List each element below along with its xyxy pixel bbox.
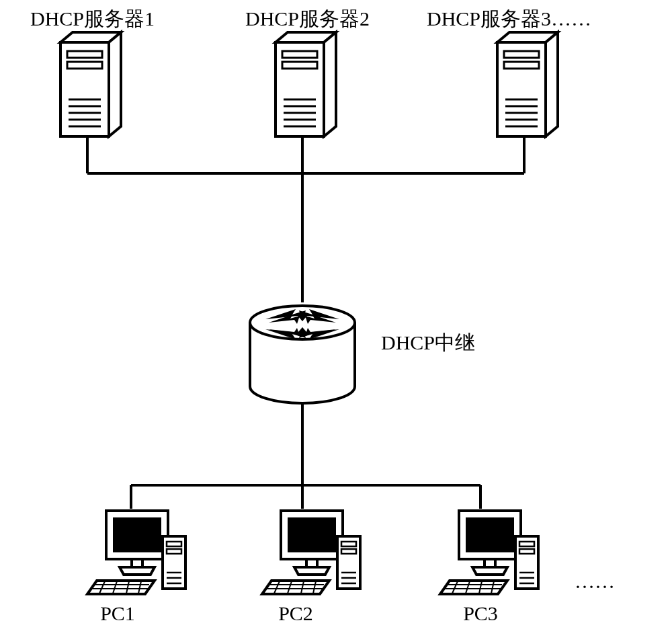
pc-label: PC2 <box>278 602 313 624</box>
clients-ellipsis: …… <box>575 570 615 592</box>
server-label: DHCP服务器2 <box>245 7 370 30</box>
network-diagram: DHCP服务器1 DHCP服务器2 DHCP服务器3…… <box>0 0 672 629</box>
pc-icon <box>262 511 360 594</box>
clients-row: PC1 PC2 PC3 …… <box>87 511 615 624</box>
server-label: DHCP服务器3…… <box>427 7 591 30</box>
pc-icon <box>87 511 185 594</box>
servers-row: DHCP服务器1 DHCP服务器2 DHCP服务器3…… <box>30 7 591 136</box>
server-label: DHCP服务器1 <box>30 7 155 30</box>
server-icon <box>276 32 336 136</box>
pc-label: PC1 <box>100 602 135 624</box>
relay-router-icon <box>250 306 355 403</box>
pc-label: PC3 <box>463 602 498 624</box>
pc-icon <box>440 511 538 594</box>
relay-label: DHCP中继 <box>381 331 475 353</box>
server-icon <box>60 32 121 136</box>
server-icon <box>497 32 558 136</box>
